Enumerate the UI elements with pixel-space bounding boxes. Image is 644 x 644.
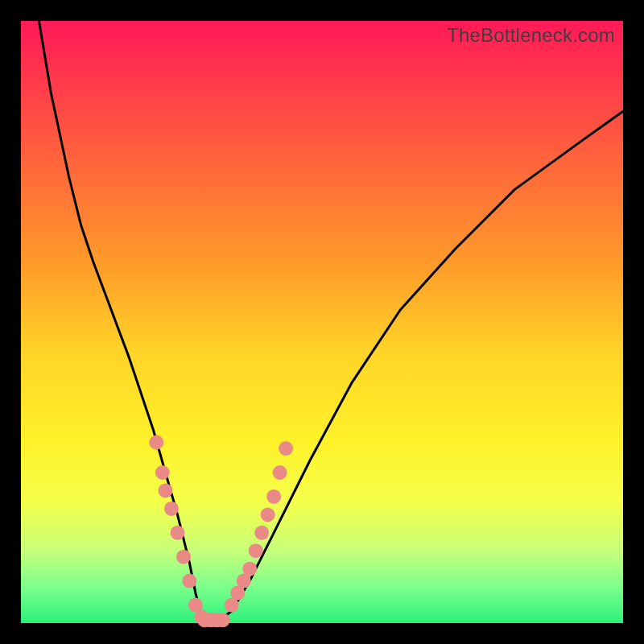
data-point xyxy=(182,574,196,588)
data-point xyxy=(266,489,281,504)
data-point xyxy=(149,436,163,450)
data-point xyxy=(171,526,185,540)
data-point xyxy=(261,507,275,522)
plot-area: TheBottleneck.com xyxy=(21,21,623,623)
data-point xyxy=(254,526,269,540)
data-point xyxy=(279,441,293,456)
bottleneck-curve xyxy=(39,21,623,620)
curve-group xyxy=(39,21,623,620)
dots-group xyxy=(149,436,293,628)
data-point xyxy=(176,550,191,564)
data-point xyxy=(273,465,287,480)
data-point xyxy=(242,562,257,576)
data-point xyxy=(159,483,173,497)
chart-overlay xyxy=(21,21,623,623)
data-point xyxy=(249,543,263,558)
data-point xyxy=(164,502,179,516)
data-point xyxy=(155,465,170,480)
stage: TheBottleneck.com xyxy=(0,0,644,644)
data-point xyxy=(216,613,230,627)
